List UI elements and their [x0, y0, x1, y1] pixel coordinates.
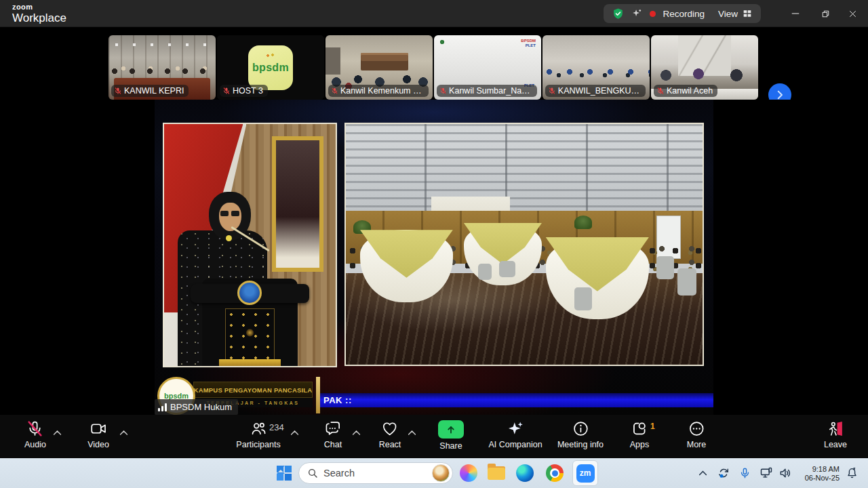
ticker-separator	[316, 377, 320, 413]
participant-nametag: KANWIL_BENGKULU	[545, 85, 646, 97]
brand-zoom: zoom	[12, 3, 66, 11]
portrait-frame	[272, 136, 323, 272]
taskbar-search[interactable]: Search	[298, 462, 453, 484]
minimize-button[interactable]	[785, 5, 806, 22]
participant-name: KANWIL_BENGKULU	[558, 86, 641, 96]
shared-screen-video[interactable]: bpsdm KAMPUS PENGAYOMAN PANCASILA TERPEL…	[155, 100, 713, 415]
windows-logo-icon	[277, 466, 292, 481]
share-screen-icon	[438, 420, 464, 439]
participants-options-chevron[interactable]	[290, 430, 299, 436]
folder-icon	[488, 466, 505, 480]
leave-door-icon	[827, 420, 844, 437]
bell-dnd-icon	[846, 467, 859, 480]
edge-button[interactable]	[514, 464, 536, 482]
video-thumbnail-kanwil-bengkulu[interactable]: KANWIL_BENGKULU	[542, 35, 650, 100]
zoom-app-icon: zm	[576, 464, 595, 483]
participant-name: KANWIL KEPRI	[124, 86, 184, 96]
zoom-app-button[interactable]: zm	[572, 460, 598, 486]
windows-taskbar: Search zm 9:18 AM 06-Nov-25 © Copyright …	[0, 458, 868, 488]
monitor-device-icon	[760, 466, 773, 480]
hall-ceiling	[346, 124, 703, 211]
chat-options-chevron[interactable]	[352, 430, 361, 436]
apps-icon	[631, 420, 648, 437]
meeting-info-button[interactable]: Meeting info	[557, 420, 604, 449]
react-options-chevron[interactable]	[408, 430, 416, 436]
video-options-chevron[interactable]	[119, 430, 128, 436]
banner-title: KAMPUS PENGAYOMAN PANCASILA	[194, 386, 313, 394]
video-thumbnail-kanwil-aceh[interactable]: Kanwil Aceh	[651, 35, 758, 100]
tray-update-button[interactable]	[715, 466, 732, 480]
audio-options-chevron[interactable]	[53, 430, 62, 436]
tray-volume-button[interactable]	[776, 466, 795, 480]
chat-button[interactable]: Chat	[324, 420, 342, 449]
slide-brand-primary: BPSDM	[521, 39, 536, 43]
active-speaker-name: BPSDM Hukum	[170, 402, 232, 412]
view-button[interactable]: View	[718, 8, 753, 19]
muted-mic-icon	[26, 420, 43, 437]
audience-video-panel	[344, 123, 704, 366]
participant-name: HOST 3	[233, 86, 263, 96]
leave-button[interactable]: Leave	[824, 420, 847, 449]
chair	[499, 261, 515, 277]
security-shield-icon[interactable]	[612, 7, 625, 20]
bpsdm-logo: bpsdm	[248, 45, 293, 90]
muted-mic-icon	[548, 87, 556, 95]
notification-bell-button[interactable]	[842, 467, 861, 480]
tray-cast-button[interactable]	[757, 466, 776, 480]
close-button[interactable]	[842, 5, 863, 22]
search-icon	[307, 468, 318, 479]
ai-sparkle-icon[interactable]	[631, 8, 643, 20]
chrome-button[interactable]	[544, 464, 566, 482]
info-icon	[572, 420, 589, 437]
plant	[574, 216, 592, 229]
speaker-head	[209, 192, 251, 241]
file-explorer-button[interactable]	[486, 466, 507, 480]
search-highlight-image[interactable]	[432, 464, 450, 482]
audio-button[interactable]: Audio	[24, 420, 46, 449]
edge-icon	[516, 464, 534, 482]
video-thumbnail-kanwil-kemenkum[interactable]: Kanwil Kemenkum Go...	[326, 35, 433, 100]
video-thumbnail-kanwil-sumbar[interactable]: BPSDM PLET PLET Kanwil Sumbar_Nadill...	[434, 35, 541, 100]
chrome-icon	[546, 464, 564, 482]
banquet-table	[546, 237, 650, 319]
video-thumbnail-host-3[interactable]: bpsdm HOST 3	[217, 35, 324, 100]
video-camera-icon	[90, 420, 107, 437]
taskbar-clock[interactable]: 9:18 AM 06-Nov-25	[800, 465, 840, 482]
more-button[interactable]: More	[687, 420, 706, 449]
connection-signal-icon	[158, 403, 167, 411]
clock-time: 9:18 AM	[812, 465, 840, 473]
muted-mic-icon	[331, 87, 338, 95]
speaker-video-panel	[163, 123, 337, 367]
tray-mic-button[interactable]	[736, 468, 753, 479]
participant-name: Kanwil Kemenkum Go...	[340, 86, 424, 96]
ticker-text: PAK ::	[323, 395, 352, 405]
participant-nametag: HOST 3	[220, 85, 268, 97]
mic-icon	[739, 468, 751, 479]
ai-sparkle-icon	[507, 420, 524, 437]
tray-overflow-button[interactable]	[694, 470, 711, 476]
chair	[656, 256, 674, 279]
chair	[677, 268, 696, 296]
apps-button[interactable]: Apps	[630, 420, 650, 449]
meeting-status-pill: Recording View	[604, 4, 761, 23]
copilot-button[interactable]	[458, 464, 479, 482]
participant-name: Kanwil Sumbar_Nadill...	[449, 86, 532, 96]
ai-companion-button[interactable]: AI Companion	[488, 420, 542, 449]
gallery-grid-icon	[742, 8, 753, 19]
participant-name: Kanwil Aceh	[667, 86, 713, 96]
search-placeholder: Search	[323, 468, 427, 479]
react-button[interactable]: React	[379, 420, 401, 449]
video-button[interactable]: Video	[87, 420, 109, 449]
copilot-icon	[460, 464, 477, 482]
share-button[interactable]: Share	[438, 420, 464, 451]
slide-logo-icon	[439, 39, 457, 45]
video-thumbnail-kanwil-kepri[interactable]: KANWIL KEPRI	[108, 35, 216, 100]
restore-button[interactable]	[815, 5, 835, 22]
recording-label: Recording	[663, 9, 705, 19]
news-ticker: PAK ::	[320, 393, 713, 407]
apps-badge: 1	[650, 422, 655, 431]
start-button[interactable]	[274, 466, 294, 481]
participant-nametag: Kanwil Sumbar_Nadill...	[437, 85, 537, 97]
speaker-glasses	[220, 211, 229, 216]
chair	[478, 264, 492, 280]
